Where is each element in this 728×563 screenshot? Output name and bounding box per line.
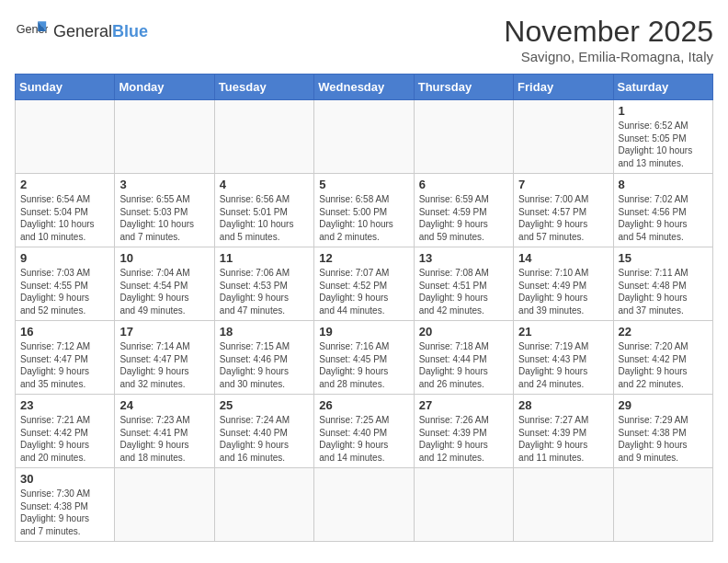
day-info: Sunrise: 7:25 AM Sunset: 4:40 PM Dayligh… [319,414,408,464]
day-info: Sunrise: 7:00 AM Sunset: 4:57 PM Dayligh… [518,193,608,243]
week-row-4: 16Sunrise: 7:12 AM Sunset: 4:47 PM Dayli… [16,321,713,395]
day-info: Sunrise: 7:21 AM Sunset: 4:42 PM Dayligh… [20,414,109,464]
weekday-header-saturday: Saturday [613,75,712,100]
calendar-cell: 26Sunrise: 7:25 AM Sunset: 4:40 PM Dayli… [314,395,414,468]
calendar-cell: 17Sunrise: 7:14 AM Sunset: 4:47 PM Dayli… [115,321,214,395]
day-info: Sunrise: 7:19 AM Sunset: 4:43 PM Dayligh… [518,340,608,390]
calendar-cell: 3Sunrise: 6:55 AM Sunset: 5:03 PM Daylig… [115,174,214,247]
weekday-header-row: SundayMondayTuesdayWednesdayThursdayFrid… [16,75,713,100]
calendar-cell [514,100,613,174]
calendar-cell [414,468,513,542]
calendar-cell: 29Sunrise: 7:29 AM Sunset: 4:38 PM Dayli… [613,395,712,468]
day-info: Sunrise: 7:23 AM Sunset: 4:41 PM Dayligh… [119,414,209,464]
day-info: Sunrise: 7:27 AM Sunset: 4:39 PM Dayligh… [518,414,608,464]
day-number: 30 [20,472,109,486]
calendar-cell: 9Sunrise: 7:03 AM Sunset: 4:55 PM Daylig… [16,247,115,321]
calendar-cell [214,468,313,542]
title-block: November 2025 Savigno, Emilia-Romagna, I… [504,15,713,64]
day-number: 15 [619,251,708,265]
day-number: 29 [619,398,708,412]
day-number: 16 [20,325,109,339]
calendar-cell: 24Sunrise: 7:23 AM Sunset: 4:41 PM Dayli… [115,395,214,468]
day-info: Sunrise: 7:16 AM Sunset: 4:45 PM Dayligh… [319,340,408,390]
day-info: Sunrise: 7:29 AM Sunset: 4:38 PM Dayligh… [619,414,708,464]
calendar-cell: 27Sunrise: 7:26 AM Sunset: 4:39 PM Dayli… [414,395,513,468]
calendar-cell: 1Sunrise: 6:52 AM Sunset: 5:05 PM Daylig… [613,100,712,174]
day-info: Sunrise: 7:12 AM Sunset: 4:47 PM Dayligh… [20,340,109,390]
calendar-cell: 28Sunrise: 7:27 AM Sunset: 4:39 PM Dayli… [514,395,613,468]
day-info: Sunrise: 6:59 AM Sunset: 4:59 PM Dayligh… [419,193,508,243]
day-info: Sunrise: 7:11 AM Sunset: 4:48 PM Dayligh… [619,267,708,316]
month-title: November 2025 [504,15,713,49]
calendar-cell: 7Sunrise: 7:00 AM Sunset: 4:57 PM Daylig… [514,174,613,247]
calendar-cell: 21Sunrise: 7:19 AM Sunset: 4:43 PM Dayli… [514,321,613,395]
day-info: Sunrise: 7:20 AM Sunset: 4:42 PM Dayligh… [619,340,708,390]
day-info: Sunrise: 7:06 AM Sunset: 4:53 PM Dayligh… [220,267,309,316]
day-number: 14 [518,251,608,265]
week-row-5: 23Sunrise: 7:21 AM Sunset: 4:42 PM Dayli… [16,395,713,468]
day-number: 21 [518,325,608,339]
calendar-cell [613,468,712,542]
calendar-cell: 25Sunrise: 7:24 AM Sunset: 4:40 PM Dayli… [214,395,313,468]
logo-icon: General [15,15,48,48]
weekday-header-monday: Monday [115,75,214,100]
page-header: General GeneralBlue November 2025 Savign… [15,15,713,64]
day-info: Sunrise: 7:10 AM Sunset: 4:49 PM Dayligh… [518,267,608,316]
day-number: 23 [20,398,109,412]
calendar-cell: 14Sunrise: 7:10 AM Sunset: 4:49 PM Dayli… [514,247,613,321]
calendar-table: SundayMondayTuesdayWednesdayThursdayFrid… [15,74,713,542]
day-info: Sunrise: 7:30 AM Sunset: 4:38 PM Dayligh… [20,488,109,537]
calendar-cell [314,468,414,542]
day-number: 4 [220,178,309,191]
calendar-cell: 2Sunrise: 6:54 AM Sunset: 5:04 PM Daylig… [16,174,115,247]
day-info: Sunrise: 7:24 AM Sunset: 4:40 PM Dayligh… [220,414,309,464]
day-info: Sunrise: 7:04 AM Sunset: 4:54 PM Dayligh… [119,267,209,316]
day-number: 5 [319,178,408,191]
day-number: 19 [319,325,408,339]
day-number: 20 [419,325,508,339]
day-number: 27 [419,398,508,412]
week-row-2: 2Sunrise: 6:54 AM Sunset: 5:04 PM Daylig… [16,174,713,247]
day-info: Sunrise: 6:56 AM Sunset: 5:01 PM Dayligh… [220,193,309,243]
day-info: Sunrise: 7:14 AM Sunset: 4:47 PM Dayligh… [119,340,209,390]
day-number: 6 [419,178,508,191]
day-number: 12 [319,251,408,265]
weekday-header-tuesday: Tuesday [214,75,313,100]
day-number: 9 [20,251,109,265]
calendar-cell: 10Sunrise: 7:04 AM Sunset: 4:54 PM Dayli… [115,247,214,321]
day-number: 26 [319,398,408,412]
day-number: 25 [220,398,309,412]
day-info: Sunrise: 7:02 AM Sunset: 4:56 PM Dayligh… [619,193,708,243]
day-number: 11 [220,251,309,265]
day-number: 8 [619,178,708,191]
calendar-cell: 23Sunrise: 7:21 AM Sunset: 4:42 PM Dayli… [16,395,115,468]
day-info: Sunrise: 7:07 AM Sunset: 4:52 PM Dayligh… [319,267,408,316]
calendar-cell: 12Sunrise: 7:07 AM Sunset: 4:52 PM Dayli… [314,247,414,321]
day-info: Sunrise: 7:15 AM Sunset: 4:46 PM Dayligh… [220,340,309,390]
calendar-cell: 4Sunrise: 6:56 AM Sunset: 5:01 PM Daylig… [214,174,313,247]
week-row-3: 9Sunrise: 7:03 AM Sunset: 4:55 PM Daylig… [16,247,713,321]
calendar-cell [414,100,513,174]
calendar-cell [115,100,214,174]
day-number: 24 [119,398,209,412]
calendar-cell: 18Sunrise: 7:15 AM Sunset: 4:46 PM Dayli… [214,321,313,395]
calendar-cell: 16Sunrise: 7:12 AM Sunset: 4:47 PM Dayli… [16,321,115,395]
calendar-cell: 6Sunrise: 6:59 AM Sunset: 4:59 PM Daylig… [414,174,513,247]
day-number: 2 [20,178,109,191]
weekday-header-wednesday: Wednesday [314,75,414,100]
day-info: Sunrise: 7:26 AM Sunset: 4:39 PM Dayligh… [419,414,508,464]
day-info: Sunrise: 6:54 AM Sunset: 5:04 PM Dayligh… [20,193,109,243]
calendar-cell: 5Sunrise: 6:58 AM Sunset: 5:00 PM Daylig… [314,174,414,247]
location: Savigno, Emilia-Romagna, Italy [504,49,713,64]
calendar-cell: 20Sunrise: 7:18 AM Sunset: 4:44 PM Dayli… [414,321,513,395]
weekday-header-thursday: Thursday [414,75,513,100]
day-number: 18 [220,325,309,339]
day-info: Sunrise: 7:03 AM Sunset: 4:55 PM Dayligh… [20,267,109,316]
calendar-cell: 22Sunrise: 7:20 AM Sunset: 4:42 PM Dayli… [613,321,712,395]
day-number: 1 [619,104,708,118]
day-info: Sunrise: 7:08 AM Sunset: 4:51 PM Dayligh… [419,267,508,316]
logo: General GeneralBlue [15,15,148,48]
day-number: 3 [119,178,209,191]
weekday-header-sunday: Sunday [16,75,115,100]
day-info: Sunrise: 6:55 AM Sunset: 5:03 PM Dayligh… [119,193,209,243]
